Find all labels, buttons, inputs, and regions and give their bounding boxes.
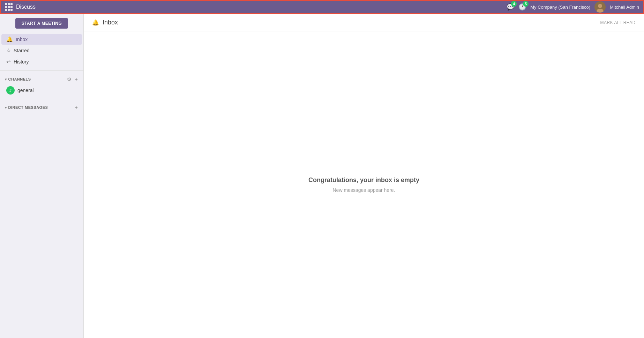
direct-messages-section-header[interactable]: ▾ DIRECT MESSAGES + [0,102,83,113]
channels-settings-button[interactable]: ⚙ [66,76,72,83]
start-meeting-button[interactable]: START A MEETING [15,18,68,29]
sidebar-item-history[interactable]: ↩ History [1,57,82,67]
clock-notifications-button[interactable]: 🕐 5 [518,3,526,11]
history-icon: ↩ [6,59,11,65]
navbar: Discuss 💬 4 🕐 5 My Company (San Francisc… [0,0,644,14]
sidebar-item-history-label: History [14,59,29,65]
channels-actions: ⚙ + [66,76,78,83]
app-title: Discuss [16,4,36,10]
user-avatar[interactable] [594,1,606,13]
channels-section-label: CHANNELS [8,77,66,81]
main-layout: START A MEETING 🔔 Inbox ☆ Starred ↩ Hist… [0,14,644,338]
channels-chevron-icon: ▾ [5,77,7,81]
chat-notifications-button[interactable]: 💬 4 [507,3,514,11]
inbox-icon: 🔔 [6,36,13,43]
sidebar: START A MEETING 🔔 Inbox ☆ Starred ↩ Hist… [0,14,84,338]
navbar-right: 💬 4 🕐 5 My Company (San Francisco) Mitch… [507,1,639,13]
content-title-wrap: 🔔 Inbox [92,19,118,26]
navbar-left: Discuss [5,3,36,11]
direct-messages-add-button[interactable]: + [74,104,78,111]
sidebar-item-inbox[interactable]: 🔔 Inbox [1,34,82,45]
star-icon: ☆ [6,47,11,54]
company-name: My Company (San Francisco) [530,5,590,10]
channel-icon-general: # [6,86,15,95]
empty-state-subtitle: New messages appear here. [333,187,395,193]
channel-name-general: general [17,88,34,93]
grid-menu-icon[interactable] [5,3,13,11]
mark-all-read-button[interactable]: MARK ALL READ [600,20,636,25]
empty-state-title: Congratulations, your inbox is empty [308,176,419,184]
direct-messages-chevron-icon: ▾ [5,106,7,110]
content-inbox-icon: 🔔 [92,19,99,26]
direct-messages-actions: + [74,104,78,111]
user-name: Mitchell Admin [610,5,639,10]
channels-section-header[interactable]: ▾ CHANNELS ⚙ + [0,74,83,85]
sidebar-item-starred[interactable]: ☆ Starred [1,45,82,56]
content-area: 🔔 Inbox MARK ALL READ Congratulations, y… [84,14,644,338]
svg-point-1 [598,4,602,8]
channels-add-button[interactable]: + [74,76,78,83]
clock-badge: 5 [523,1,529,7]
sidebar-divider-2 [0,99,83,99]
sidebar-item-starred-label: Starred [14,48,30,53]
chat-badge: 4 [511,1,517,7]
direct-messages-section-label: DIRECT MESSAGES [8,105,74,110]
sidebar-divider [0,70,83,71]
channel-item-general[interactable]: # general [1,85,82,96]
content-header: 🔔 Inbox MARK ALL READ [84,14,644,31]
empty-state: Congratulations, your inbox is empty New… [84,31,644,338]
content-title: Inbox [103,19,118,26]
sidebar-item-inbox-label: Inbox [16,37,28,42]
